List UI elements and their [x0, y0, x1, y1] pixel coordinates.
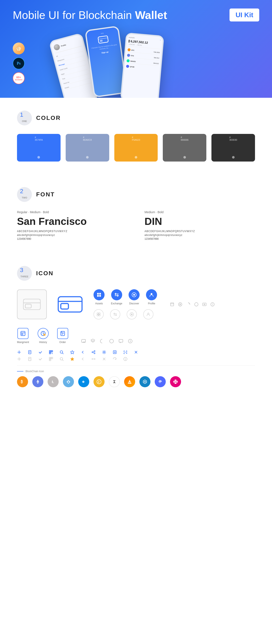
svg-rect-15 [97, 293, 99, 294]
svg-point-113 [175, 381, 176, 382]
svg-marker-71 [70, 350, 74, 354]
svg-point-34 [195, 303, 198, 306]
misc-icon-row-right [81, 338, 133, 344]
svg-point-77 [104, 352, 105, 353]
exchange-icon-circle [111, 289, 122, 300]
svg-rect-52 [119, 340, 123, 342]
nem-icon [63, 376, 74, 387]
icon-discover: Discover [128, 289, 140, 305]
din-name: DIN [144, 216, 255, 227]
din-upper: ABCDEFGHIJKLMNOPQRSTUVWXYZ [144, 230, 255, 233]
management-icon-box [18, 328, 28, 339]
arrows-gray-icon [92, 357, 96, 361]
order-icon-box [57, 328, 68, 339]
svg-rect-17 [97, 295, 99, 297]
close-gray-icon [102, 357, 106, 361]
svg-point-21 [151, 293, 152, 295]
svg-point-111 [174, 381, 175, 383]
color-swatch-dark: #303030 [212, 134, 255, 162]
exchange-outline-circle [110, 309, 120, 320]
svg-rect-18 [99, 295, 101, 297]
color-swatch-orange: #F5A623 [114, 134, 158, 162]
scan-icon [123, 350, 128, 354]
history-label: History [39, 341, 47, 344]
stratis-icon [140, 376, 150, 387]
svg-rect-87 [49, 357, 51, 359]
svg-point-72 [94, 351, 95, 352]
font-section-content: Regular · Medium · Bold San Francisco AB… [17, 210, 255, 240]
color-section-number: 1 ONE [17, 110, 32, 126]
check-gray-icon [38, 357, 42, 361]
svg-point-73 [92, 352, 93, 353]
svg-rect-16 [99, 293, 101, 294]
check-icon [38, 350, 42, 354]
phone-right: myWallet + ₿ 6,297,502.12 ↑ 4,000,000↓ 5… [120, 32, 164, 98]
profile-label: Profile [148, 302, 155, 305]
svg-line-91 [62, 360, 63, 361]
bitcoin-icon: ₿ [17, 376, 28, 387]
icon-nav-group-wrapper: Assets Exchange Discover [94, 289, 157, 320]
qr-gray-icon [49, 357, 53, 361]
icon-assets-outline [94, 309, 104, 320]
sf-name: San Francisco [17, 216, 128, 227]
sf-weights: Regular · Medium · Bold [17, 210, 128, 214]
svg-point-110 [174, 382, 176, 384]
hero-section: Mobile UI for Blockchain Wallet UI Kit P… [0, 0, 272, 98]
svg-line-70 [62, 353, 63, 354]
icon-section-content: Assets Exchange Discover [17, 289, 255, 387]
font-section-title: FONT [36, 191, 55, 198]
crypto-icons-row: ₿ Ł ⊕ Z [17, 376, 255, 387]
icon-medium-row: Mangment History [17, 328, 255, 344]
management-label: Mangment [17, 341, 29, 344]
svg-rect-7 [25, 304, 31, 308]
icon-nav-outline [94, 309, 157, 320]
svg-rect-39 [21, 331, 25, 336]
document-gray-icon [28, 357, 32, 361]
svg-rect-24 [97, 314, 98, 316]
star-filled-icon [70, 357, 74, 361]
settings-icon [102, 350, 106, 354]
svg-point-69 [60, 351, 63, 353]
svg-rect-41 [22, 334, 23, 335]
svg-rect-25 [99, 314, 100, 316]
svg-marker-92 [70, 357, 74, 361]
plus-gray-icon [17, 357, 21, 361]
circle-icon [109, 338, 114, 344]
color-swatches: #3574FA #8DA0C8 #F5A623 #666666 #303030 [17, 134, 255, 162]
export-icon [112, 350, 117, 354]
discover-outline-circle [127, 309, 137, 320]
svg-line-75 [93, 351, 94, 352]
svg-point-51 [110, 339, 114, 343]
svg-point-105 [114, 380, 115, 381]
ethereum-icon [32, 376, 43, 387]
icon-section-title: ICON [36, 270, 54, 277]
icon-large-row: Assets Exchange Discover [17, 289, 255, 320]
blockchain-label: BlockChain Icon [26, 370, 44, 373]
dash-icon: ⊕ [78, 376, 89, 387]
svg-rect-23 [99, 313, 100, 314]
icon-discover-outline [127, 309, 137, 320]
svg-point-108 [160, 381, 161, 382]
icon-management: Mangment [17, 328, 29, 344]
discover-icon-circle [128, 289, 140, 300]
main-content: 1 ONE COLOR #3574FA #8DA0C8 #F5A623 #666… [0, 98, 272, 387]
assets-outline-circle [94, 309, 104, 320]
zcash-icon: Z [94, 376, 104, 387]
search-icon [60, 350, 64, 354]
svg-point-28 [148, 313, 149, 314]
svg-point-38 [212, 305, 213, 305]
font-section-number: 2 TWO [17, 187, 32, 202]
color-swatch-blue: #3574FA [17, 134, 60, 162]
info-gray-icon [123, 357, 128, 361]
svg-marker-99 [36, 380, 39, 382]
svg-rect-29 [171, 303, 174, 306]
font-din: Medium · Bold DIN ABCDEFGHIJKLMNOPQRSTUV… [144, 210, 255, 240]
profile-icon-circle [146, 289, 157, 300]
svg-rect-4 [100, 40, 103, 42]
misc-icon-col [170, 302, 215, 307]
icon-section-number: 3 THREE [17, 266, 32, 281]
sf-lower: abcdefghijklmnopqrstuvwxyz [17, 234, 128, 236]
svg-point-112 [176, 381, 178, 383]
din-lower: abcdefghijklmnopqrstuvwxyz [144, 234, 255, 236]
color-section-header: 1 ONE COLOR [17, 98, 255, 134]
